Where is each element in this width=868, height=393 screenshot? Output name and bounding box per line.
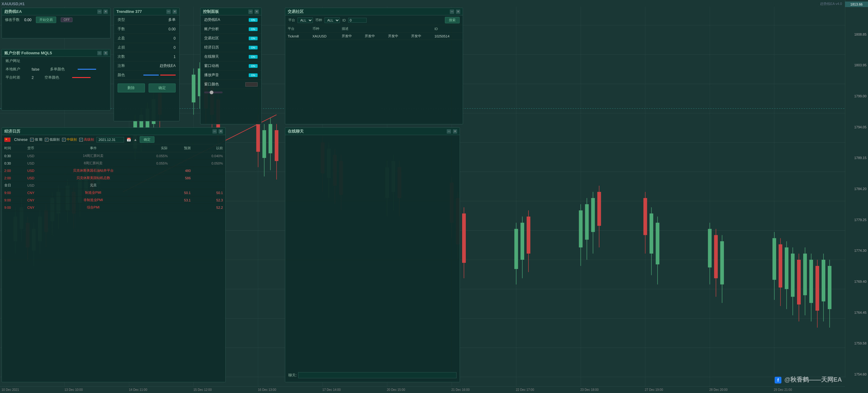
toggle-calendar[interactable]: ON — [249, 46, 258, 50]
watermark: f @秋香鹤——天网EA — [775, 375, 842, 384]
confirm-button[interactable]: 确定 — [149, 84, 176, 92]
platform-select[interactable]: ALL — [298, 18, 313, 23]
lot-label: 手数 — [118, 26, 134, 32]
community-table-header: 平台 币种 描述 ID — [285, 25, 463, 33]
time-cell: 2:00 — [2, 174, 25, 182]
community-toolbar: 平台 ALL 币种 ALL ID 搜索 — [285, 16, 463, 25]
currency-cell: USD — [25, 174, 49, 182]
prev-cell — [193, 174, 225, 182]
minimize-button[interactable]: ─ — [97, 51, 102, 55]
control-panel-header: 控制面板 ─ ✕ — [200, 8, 261, 16]
holiday-label: 假 期 — [35, 137, 42, 142]
toggle-sound[interactable]: ON — [249, 73, 258, 77]
time-label: 20 Dec 15:00 — [387, 388, 405, 391]
toggle-trend-ea[interactable]: ON — [249, 18, 258, 22]
trend-ea-panel-header: 趋势线EA ─ ✕ — [2, 8, 110, 16]
high-level-checkbox[interactable]: ✓ 高级别 — [79, 137, 94, 142]
event-cell: 贝克休斯美国钻机总数 — [49, 174, 138, 182]
slider-thumb[interactable] — [210, 91, 213, 94]
toggle-chat[interactable]: ON — [249, 55, 258, 59]
trendline-sl-row: 止损 0 — [114, 43, 179, 52]
lot-value: 0.00 — [157, 27, 176, 31]
close-button[interactable]: ✕ — [219, 129, 223, 133]
calendar-icon[interactable]: 📅 — [126, 138, 131, 142]
color-bar-red — [160, 74, 176, 75]
price-level: 1784.20 — [846, 187, 867, 191]
cp-animation-row: 窗口动画 ON — [200, 61, 261, 71]
forecast-cell — [170, 204, 193, 211]
trendline-count-row: 次数 1 — [114, 52, 179, 61]
modify-lot-label: 修改手数 — [5, 17, 20, 22]
close-button[interactable]: ✕ — [103, 51, 108, 55]
count-value: 1 — [157, 55, 176, 59]
start-trade-button[interactable]: 开始交易 — [36, 17, 56, 23]
calendar-row: 全日 USD 元旦 — [2, 182, 225, 189]
panel-controls: ─ ✕ — [450, 9, 460, 14]
price-level: 1754.60 — [846, 372, 867, 376]
date-input[interactable] — [96, 137, 124, 143]
toggle-community[interactable]: ON — [249, 36, 258, 40]
toggle-account[interactable]: ON — [249, 27, 258, 31]
chat-title: 在线聊天 — [288, 129, 304, 134]
currency-select[interactable]: ALL — [324, 18, 340, 23]
close-button[interactable]: ✕ — [456, 9, 460, 14]
desc4-cell: 开发中 — [409, 33, 432, 40]
low-level-checkbox[interactable]: ✓ 低级别 — [45, 137, 60, 142]
currency-label: 币种 — [315, 18, 322, 22]
low-check-icon: ✓ — [45, 138, 49, 142]
minimize-button[interactable]: ─ — [248, 9, 253, 14]
chat-input-row: 聊天: — [285, 371, 460, 380]
search-button[interactable]: 搜索 — [445, 17, 460, 23]
price-level: 1759.58 — [846, 341, 867, 345]
community-title: 交易社区 — [288, 9, 304, 14]
toggle-state[interactable]: OFF — [61, 18, 72, 22]
delete-button[interactable]: 删除 — [118, 84, 145, 92]
prev-cell: 0.040% — [193, 152, 225, 160]
minimize-button[interactable]: ─ — [213, 129, 217, 133]
svg-rect-144 — [822, 260, 825, 302]
account-url-row: 账户网址 — [2, 57, 110, 65]
currency-cell: CNY — [25, 189, 49, 196]
time-cell: 0:30 — [2, 160, 25, 167]
minimize-button[interactable]: ─ — [166, 9, 171, 14]
mid-level-checkbox[interactable]: ✓ 中级别 — [62, 137, 77, 142]
holiday-checkbox[interactable]: ✓ 假 期 — [30, 137, 42, 142]
currency-cell: USD — [25, 182, 49, 189]
trend-ea-panel: 趋势线EA ─ ✕ 修改手数 0.00 开始交易 OFF — [2, 8, 111, 38]
calendar-table-header: 时间 货币 事件 实际 预测 以前 — [2, 144, 225, 152]
arrow-up-icon[interactable]: ▲ — [133, 138, 137, 142]
event-cell: 综合PMI — [49, 204, 138, 211]
close-button[interactable]: ✕ — [103, 9, 108, 14]
minimize-button[interactable]: ─ — [97, 9, 102, 14]
minimize-button[interactable]: ─ — [450, 9, 454, 14]
time-cell: 0:30 — [2, 152, 25, 160]
platform-diff-row: 平台时差 2 空单颜色 — [2, 73, 110, 82]
time-header: 时间 — [2, 144, 25, 152]
event-cell: 元旦 — [49, 182, 138, 189]
svg-rect-102 — [514, 229, 518, 269]
svg-rect-100 — [462, 213, 466, 263]
cp-calendar-label: 经济日历 — [204, 45, 219, 50]
close-button[interactable]: ✕ — [453, 129, 457, 133]
current-price-marker: 1813.66 — [845, 2, 868, 7]
close-button[interactable]: ✕ — [173, 9, 177, 14]
cp-community-row: 交易社区 ON — [200, 34, 261, 43]
slider-track[interactable] — [204, 91, 223, 93]
trendline-tp-row: 止盈 0 — [114, 34, 179, 43]
cp-color-label: 窗口颜色 — [204, 82, 219, 87]
svg-rect-138 — [803, 253, 807, 295]
price-level: 1799.00 — [846, 94, 867, 98]
currency-cell: USD — [25, 152, 49, 160]
control-panel-title: 控制面板 — [203, 9, 219, 14]
id-input[interactable] — [348, 18, 367, 23]
desc2-cell: 开发中 — [362, 33, 385, 40]
toggle-animation[interactable]: ON — [249, 64, 258, 68]
svg-rect-104 — [521, 222, 524, 260]
window-color-swatch[interactable] — [245, 82, 258, 87]
chat-input[interactable] — [298, 372, 457, 378]
time-cell: 9:00 — [2, 189, 25, 196]
close-button[interactable]: ✕ — [254, 9, 259, 14]
local-account-value: false — [32, 67, 39, 71]
calendar-confirm-button[interactable]: 确定 — [140, 136, 154, 143]
minimize-button[interactable]: ─ — [447, 129, 451, 133]
